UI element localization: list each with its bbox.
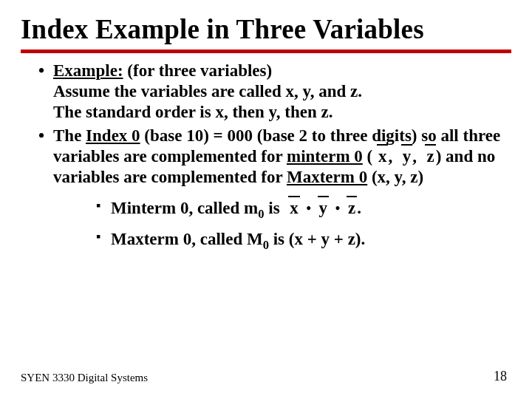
s2-sub: 0 [263, 238, 269, 252]
xbar: x [377, 146, 389, 167]
dot-icon: • [333, 201, 342, 216]
ybar: y [401, 146, 413, 167]
b2-p3: ( [363, 147, 372, 166]
b2-comma1: , [388, 147, 392, 166]
example-label: Example: [53, 61, 123, 80]
sub-bullet-minterm: Minterm 0, called m0 is x • y • z. [98, 198, 511, 219]
b2-p1: The [53, 126, 86, 145]
s1-zbar: z [347, 198, 357, 219]
slide-content: Example: (for three variables) Assume th… [21, 61, 511, 250]
bullet-example: Example: (for three variables) Assume th… [41, 61, 511, 123]
b2-u2: minterm 0 [287, 147, 363, 166]
dot-icon: • [304, 201, 313, 216]
sub-bullet-maxterm: Maxterm 0, called M0 is (x + y + z). [98, 229, 511, 250]
s2-p2: is (x + y + z). [269, 230, 365, 248]
s1-end: . [357, 199, 361, 217]
b2-u3: Maxterm 0 [287, 168, 367, 186]
s1-ybar: y [318, 198, 330, 219]
s1-sub: 0 [258, 207, 264, 221]
bullet1-line2: Assume the variables are called x, y, an… [53, 82, 362, 100]
b2-p5: (x, y, z) [367, 168, 423, 186]
bullet-index: The Index 0 (base 10) = 000 (base 2 to t… [41, 126, 511, 250]
page-number: 18 [494, 369, 507, 384]
s1-p2: is [265, 199, 284, 217]
zbar: z [425, 146, 435, 167]
s2-p1: Maxterm 0, called M [111, 230, 263, 248]
s1-xbar: x [288, 198, 300, 219]
bullet1-line3: The standard order is x, then y, then z. [53, 103, 332, 121]
b2-u1: Index 0 [86, 126, 140, 145]
bullet1-rest: (for three variables) [123, 61, 273, 80]
title-underline [21, 50, 511, 53]
slide-title: Index Example in Three Variables [21, 13, 511, 45]
s1-p1: Minterm 0, called m [111, 199, 258, 217]
footer-text: SYEN 3330 Digital Systems [21, 372, 148, 384]
b2-comma2: , [412, 147, 417, 166]
